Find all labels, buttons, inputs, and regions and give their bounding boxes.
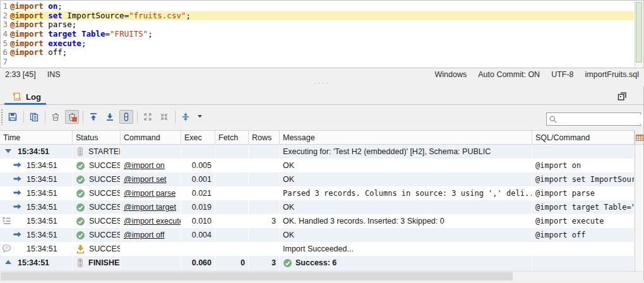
arrow-right-icon xyxy=(13,230,22,239)
search-input[interactable] xyxy=(559,114,644,124)
fit-rows-button[interactable] xyxy=(179,110,193,124)
panel-splitter[interactable]: ···· xyxy=(0,80,644,87)
scroll-top-button[interactable] xyxy=(86,110,100,124)
toolbar-drag-handle[interactable] xyxy=(1,109,4,125)
scroll-bottom-icon xyxy=(105,112,115,122)
log-table-header: TimeStatusCommandExecFetchRowsMessageSQL… xyxy=(0,130,635,145)
editor-line[interactable]: 3@import parse; xyxy=(1,20,634,30)
horizontal-scrollbar-thumb[interactable] xyxy=(1,272,513,280)
check-success-icon xyxy=(76,175,85,184)
editor-scrollbar[interactable] xyxy=(635,1,643,67)
row-time: 15:34:51 xyxy=(27,161,57,170)
save-button[interactable] xyxy=(6,110,20,124)
scroll-lock-button[interactable] xyxy=(119,110,133,124)
row-sql: @import target Table="F xyxy=(532,200,635,214)
log-row[interactable]: 15:34:51SUCCESS@import off0.004OK@import… xyxy=(0,228,635,242)
code-text[interactable]: @import parse; xyxy=(10,20,634,30)
column-header-command[interactable]: Command xyxy=(121,131,181,144)
log-row[interactable]: 15:34:51SUCCESSImport Succeeded... xyxy=(0,242,635,256)
editor-line[interactable]: 7 xyxy=(1,57,634,67)
scroll-bottom-button[interactable] xyxy=(103,110,117,124)
row-time: 15:34:51 xyxy=(27,217,57,226)
search-icon xyxy=(549,115,558,124)
code-text[interactable]: @import on; xyxy=(10,2,634,11)
editor-line[interactable]: 1@import on; xyxy=(1,2,634,11)
log-table: TimeStatusCommandExecFetchRowsMessageSQL… xyxy=(0,130,635,270)
maximize-panel-button[interactable] xyxy=(616,90,628,102)
row-status: SUCCESS xyxy=(89,217,121,226)
collapse-all-button[interactable] xyxy=(157,110,171,124)
editor-line[interactable]: 2@import set ImportSource="fruits.csv"; xyxy=(1,11,634,21)
column-header-exec[interactable]: Exec xyxy=(181,131,215,144)
row-fetch xyxy=(215,200,249,214)
line-number: 5 xyxy=(1,39,8,49)
editor-scrollbar-thumb[interactable] xyxy=(636,2,642,63)
command-link[interactable]: @import off xyxy=(124,231,165,239)
log-row[interactable]: 15:34:51SUCCESS@import set0.001OK@import… xyxy=(0,172,635,186)
row-time: 15:34:51 xyxy=(27,189,57,198)
check-success-icon xyxy=(76,161,85,171)
column-header-message[interactable]: Message xyxy=(280,131,532,144)
command-link[interactable]: @import target xyxy=(124,203,176,212)
cursor-position: 2:33 [45] xyxy=(5,70,36,79)
check-success-icon xyxy=(76,189,85,198)
column-header-status[interactable]: Status xyxy=(73,131,121,144)
log-row[interactable]: 15:34:51SUCCESS@import execute0.0103OK. … xyxy=(0,214,635,228)
log-tabbar: Log xyxy=(0,87,644,105)
log-row[interactable]: 15:34:51SUCCESS@import on0.005OK@import … xyxy=(0,159,635,172)
vertical-scrollbar[interactable] xyxy=(635,130,643,271)
command-link[interactable]: @import on xyxy=(124,161,165,170)
editor-line[interactable]: 4@import target Table="FRUITS"; xyxy=(1,30,634,39)
code-text[interactable]: @import set ImportSource="fruits.csv"; xyxy=(10,11,634,21)
log-search-box[interactable] xyxy=(546,112,641,126)
log-row[interactable]: 15:34:51STARTEDExecuting for: 'Test H2 (… xyxy=(0,145,635,159)
row-rows xyxy=(249,159,280,172)
command-link[interactable]: @import execute xyxy=(124,217,181,226)
arrow-right-icon xyxy=(13,174,22,183)
sql-editor[interactable]: 1@import on;2@import set ImportSource="f… xyxy=(0,0,644,68)
code-text[interactable]: @import off; xyxy=(10,48,634,57)
column-header-rows[interactable]: Rows xyxy=(249,131,280,144)
clear-log-button[interactable] xyxy=(65,110,79,124)
table-config-button[interactable] xyxy=(635,131,643,145)
autocommit-toggle[interactable]: Auto Commit: ON xyxy=(478,70,540,79)
copy-button[interactable] xyxy=(27,110,41,124)
line-number: 6 xyxy=(1,48,8,57)
editor-line[interactable]: 5@import execute; xyxy=(1,39,634,49)
expand-all-button[interactable] xyxy=(141,110,155,124)
check-success-icon xyxy=(76,203,85,212)
column-header-fetch[interactable]: Fetch xyxy=(215,131,249,144)
toolbar-separator xyxy=(83,111,83,123)
delete-button[interactable] xyxy=(49,110,63,124)
row-message: OK xyxy=(283,203,294,212)
arrow-right-icon xyxy=(13,160,22,169)
command-link[interactable]: @import parse xyxy=(124,189,176,198)
code-text[interactable] xyxy=(10,57,634,67)
log-row[interactable]: 15:34:51SUCCESS@import target0.019OK@imp… xyxy=(0,200,635,214)
row-time: 15:34:51 xyxy=(18,258,49,267)
column-header-sql-command[interactable]: SQL/Command xyxy=(532,131,635,144)
log-row[interactable]: 15:34:51SUCCESS@import parse0.021Parsed … xyxy=(0,186,635,200)
row-status: SUCCESS xyxy=(89,161,121,170)
arrow-right-icon xyxy=(13,188,22,197)
dropdown-caret-icon[interactable] xyxy=(198,115,202,118)
encoding[interactable]: UTF-8 xyxy=(551,70,573,79)
command-link[interactable]: @import set xyxy=(124,175,167,184)
code-text[interactable]: @import target Table="FRUITS"; xyxy=(10,30,634,39)
column-header-time[interactable]: Time xyxy=(0,131,73,144)
horizontal-scrollbar[interactable] xyxy=(0,271,643,280)
row-fetch xyxy=(215,186,249,200)
traffic-light-icon xyxy=(76,147,85,157)
line-endings[interactable]: Windows xyxy=(434,70,467,79)
row-message: OK xyxy=(283,161,294,170)
arrow-right-icon xyxy=(13,202,22,211)
code-text[interactable]: @import execute; xyxy=(10,39,634,49)
insert-mode: INS xyxy=(47,70,61,79)
script-icon xyxy=(2,216,11,225)
editor-lines[interactable]: 1@import on;2@import set ImportSource="f… xyxy=(1,2,634,67)
fit-rows-icon xyxy=(181,112,191,122)
row-status: STARTED xyxy=(88,147,121,156)
editor-line[interactable]: 6@import off; xyxy=(1,48,634,57)
log-row[interactable]: 15:34:51FINISHED0.06003Success: 6 xyxy=(0,256,635,270)
triangle-down-icon xyxy=(4,147,13,155)
